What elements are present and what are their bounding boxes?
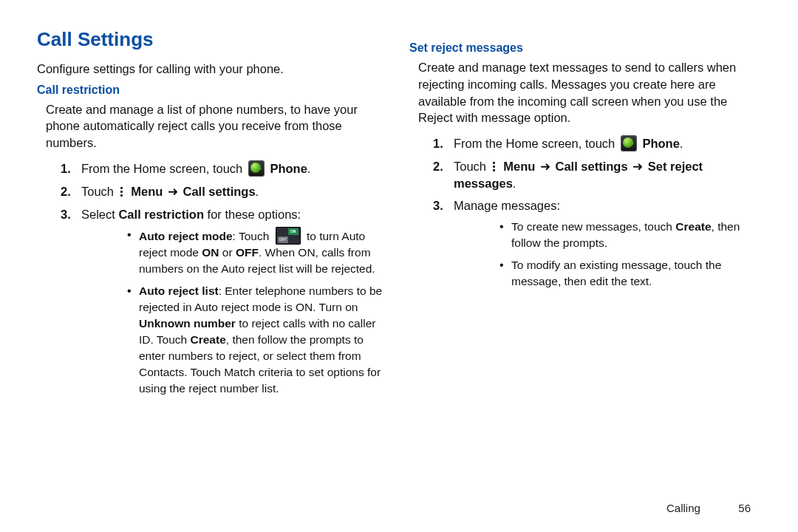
subhead-call-restriction: Call restriction — [37, 82, 389, 98]
text: From the Home screen, touch — [454, 137, 618, 150]
arrow-icon: ➜ — [632, 158, 643, 175]
step-3: Manage messages: To create new messages,… — [409, 194, 761, 299]
toggle-on-label: ON — [288, 228, 299, 235]
text: Select — [81, 208, 118, 221]
arrow-icon: ➜ — [168, 183, 178, 200]
bold: Auto reject mode — [139, 230, 233, 242]
step-2: Touch Menu ➜ Call settings ➜ Set reject … — [409, 155, 761, 195]
menu-icon — [492, 161, 498, 173]
bold: OFF — [236, 246, 259, 259]
step-3: Select Call restriction for these option… — [37, 203, 389, 406]
set-reject-steps: From the Home screen, touch Phone. Touch… — [409, 132, 761, 299]
toggle-off-label: OFF — [278, 236, 288, 243]
text: . — [680, 137, 683, 150]
text: . — [307, 162, 311, 175]
text: To create new messages, touch — [511, 220, 675, 233]
manage-list: To create new messages, touch Create, th… — [454, 219, 761, 296]
phone-icon — [621, 135, 637, 151]
text: Touch — [454, 160, 490, 173]
menu-label: Menu — [131, 185, 163, 198]
right-column: Set reject messages Create and manage te… — [409, 27, 761, 406]
subhead-set-reject-messages: Set reject messages — [409, 40, 761, 56]
step-1: From the Home screen, touch Phone. — [37, 157, 389, 180]
bold: Call restriction — [118, 208, 204, 221]
option-auto-reject-mode: Auto reject mode: Touch ON OFF to turn A… — [81, 227, 389, 283]
menu-path: Call settings — [556, 160, 628, 173]
bullet-create: To create new messages, touch Create, th… — [454, 219, 761, 257]
phone-label: Phone — [642, 137, 679, 150]
phone-icon — [248, 160, 265, 177]
menu-label: Menu — [503, 160, 535, 173]
page-number: 56 — [721, 502, 751, 514]
set-reject-desc: Create and manage text messages to send … — [418, 59, 761, 126]
step-1: From the Home screen, touch Phone. — [409, 132, 761, 155]
text: for these options: — [204, 208, 301, 221]
text: . — [256, 185, 259, 198]
menu-icon — [120, 186, 126, 198]
text: . — [513, 177, 516, 190]
option-auto-reject-list: Auto reject list: Enter telephone number… — [81, 283, 389, 403]
text: From the Home screen, touch — [81, 162, 246, 175]
bold: Create — [191, 333, 226, 346]
call-restriction-desc: Create and manage a list of phone number… — [46, 101, 389, 151]
manual-page: Call Settings Configure settings for cal… — [0, 0, 798, 532]
intro-text: Configure settings for calling with your… — [37, 61, 389, 78]
text: Touch — [81, 185, 117, 198]
text: or — [219, 246, 236, 259]
step-2: Touch Menu ➜ Call settings. — [37, 180, 389, 203]
page-title: Call Settings — [37, 27, 389, 53]
arrow-icon: ➜ — [540, 158, 550, 175]
options-list: Auto reject mode: Touch ON OFF to turn A… — [81, 227, 389, 403]
menu-path: Call settings — [183, 185, 256, 198]
bold: Auto reject list — [139, 284, 219, 297]
text: : Touch — [233, 230, 273, 242]
text: Manage messages: — [454, 199, 560, 212]
bullet-modify: To modify an existing message, touch the… — [454, 257, 761, 296]
toggle-icon: ON OFF — [276, 227, 301, 245]
bold: Unknown number — [139, 317, 236, 330]
text: To modify an existing message, touch the… — [511, 259, 721, 287]
page-footer: Calling 56 — [666, 502, 751, 514]
section-label: Calling — [666, 502, 700, 514]
bold: Create — [675, 220, 711, 233]
bold: ON — [202, 246, 219, 259]
call-restriction-steps: From the Home screen, touch Phone. Touch… — [37, 157, 389, 406]
phone-label: Phone — [270, 162, 307, 175]
left-column: Call Settings Configure settings for cal… — [37, 27, 389, 406]
